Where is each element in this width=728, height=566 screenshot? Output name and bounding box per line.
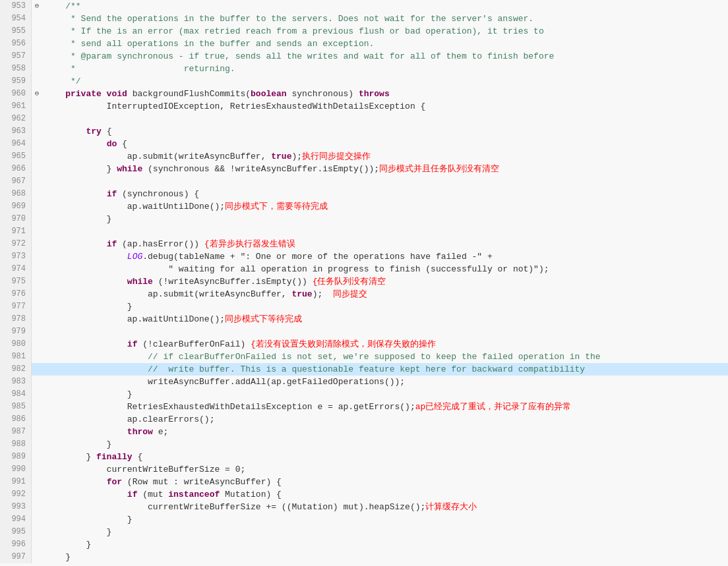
line-number: 991 <box>0 476 32 488</box>
table-row: 988 } <box>0 438 728 451</box>
fold-arrow <box>32 250 42 263</box>
fold-arrow <box>32 325 42 338</box>
fold-arrow <box>32 175 42 188</box>
code-line <box>42 113 728 125</box>
line-number: 960 <box>0 88 32 100</box>
code-token: 执行同步提交操作 <box>302 150 371 163</box>
table-row: 968 if (synchronous) { <box>0 188 728 200</box>
table-row: 961 InterruptedIOException, RetriesExhau… <box>0 100 728 113</box>
table-row: 965 ap.submit(writeAsyncBuffer, true);执行… <box>0 150 728 163</box>
table-row: 963 try { <box>0 125 728 138</box>
code-token <box>45 138 107 150</box>
line-number: 965 <box>0 150 32 163</box>
code-token: 同步模式下，需要等待完成 <box>225 200 328 213</box>
fold-arrow <box>32 238 42 250</box>
table-row: 985 RetriesExhaustedWithDetailsException… <box>0 401 728 413</box>
code-token: ap.waitUntilDone(); <box>45 313 225 325</box>
line-number: 957 <box>0 50 32 63</box>
code-line: currentWriteBufferSize = 0; <box>42 463 728 476</box>
code-token <box>45 426 127 438</box>
line-number: 970 <box>0 213 32 225</box>
code-line: if (synchronous) { <box>42 188 728 200</box>
code-token: if <box>107 238 117 250</box>
code-line: if (mut instanceof Mutation) { <box>42 488 728 501</box>
code-line: " waiting for all operation in progress … <box>42 263 728 275</box>
table-row: 980 if (!clearBufferOnFail) {若没有设置失败则清除模… <box>0 338 728 351</box>
line-number: 987 <box>0 426 32 438</box>
fold-arrow <box>32 451 42 463</box>
fold-arrow[interactable]: ⊖ <box>32 88 42 100</box>
table-row: 987 throw e; <box>0 426 728 438</box>
code-token: (synchronous && !writeAsyncBuffer.isEmpt… <box>142 163 379 175</box>
code-token: (!clearBufferOnFail) <box>137 338 251 351</box>
code-token: } <box>45 213 111 225</box>
code-token: do <box>107 138 117 150</box>
code-line <box>42 225 728 238</box>
code-line: // if clearBufferOnFailed is not set, we… <box>42 351 728 363</box>
code-token: true <box>271 150 291 163</box>
code-line: * @param synchronous - if true, sends al… <box>42 50 728 63</box>
line-number: 982 <box>0 363 32 376</box>
code-line: } <box>42 438 728 451</box>
fold-arrow <box>32 313 42 325</box>
code-token: * @param synchronous - if true, sends al… <box>45 50 554 63</box>
code-token: * send all operations in the buffer and … <box>45 38 374 50</box>
code-token: } <box>45 388 133 401</box>
code-token: * Send the operations in the buffer to t… <box>45 13 533 25</box>
code-token: ap.clearErrors(); <box>45 413 214 426</box>
table-row: 978 ap.waitUntilDone();同步模式下等待完成 <box>0 313 728 325</box>
line-number: 975 <box>0 275 32 288</box>
code-token: } <box>45 163 117 175</box>
fold-arrow <box>32 463 42 476</box>
code-line <box>42 325 728 338</box>
table-row: 954 * Send the operations in the buffer … <box>0 13 728 25</box>
fold-arrow <box>32 100 42 113</box>
line-number: 959 <box>0 75 32 88</box>
code-line: * If the is an error (max retried reach … <box>42 25 728 38</box>
code-line: * returning. <box>42 63 728 75</box>
code-token: } <box>45 300 133 313</box>
code-token: ); <box>313 288 323 300</box>
line-number: 964 <box>0 138 32 150</box>
fold-arrow <box>32 288 42 300</box>
line-number: 997 <box>0 551 32 563</box>
line-number: 972 <box>0 238 32 250</box>
fold-arrow <box>32 351 42 363</box>
table-row: 957 * @param synchronous - if true, send… <box>0 50 728 63</box>
line-number: 995 <box>0 526 32 538</box>
fold-arrow <box>32 63 42 75</box>
table-row: 976 ap.submit(writeAsyncBuffer, true); 同… <box>0 288 728 300</box>
fold-arrow <box>32 526 42 538</box>
code-line: currentWriteBufferSize += ((Mutation) mu… <box>42 501 728 513</box>
fold-arrow[interactable]: ⊖ <box>32 0 42 13</box>
code-token <box>45 238 107 250</box>
code-token: .debug(tableName + ": One or more of the… <box>142 250 493 263</box>
fold-arrow <box>32 125 42 138</box>
code-line: ap.submit(writeAsyncBuffer, true);执行同步提交… <box>42 150 728 163</box>
code-token: throw <box>127 426 153 438</box>
line-number: 971 <box>0 225 32 238</box>
code-token: // write buffer. This is a questionable … <box>45 363 585 376</box>
code-line: } <box>42 551 728 563</box>
code-token: {若没有设置失败则清除模式，则保存失败的操作 <box>251 338 436 351</box>
code-token: } <box>45 513 133 526</box>
code-line: writeAsyncBuffer.addAll(ap.getFailedOper… <box>42 376 728 388</box>
code-token: boolean <box>251 88 287 100</box>
code-line: // write buffer. This is a questionable … <box>42 363 728 376</box>
code-token: 计算缓存大小 <box>425 501 477 513</box>
table-row: 986 ap.clearErrors(); <box>0 413 728 426</box>
code-token <box>45 275 127 288</box>
code-token: e; <box>153 426 168 438</box>
fold-arrow <box>32 200 42 213</box>
line-number: 977 <box>0 300 32 313</box>
code-line: } <box>42 513 728 526</box>
code-token: (synchronous) { <box>117 188 199 200</box>
line-number: 986 <box>0 413 32 426</box>
code-token: synchronous) <box>287 88 359 100</box>
line-number: 958 <box>0 63 32 75</box>
table-row: 994 } <box>0 513 728 526</box>
code-line: for (Row mut : writeAsyncBuffer) { <box>42 476 728 488</box>
fold-arrow <box>32 438 42 451</box>
table-row: 989 } finally { <box>0 451 728 463</box>
code-line: * Send the operations in the buffer to t… <box>42 13 728 25</box>
